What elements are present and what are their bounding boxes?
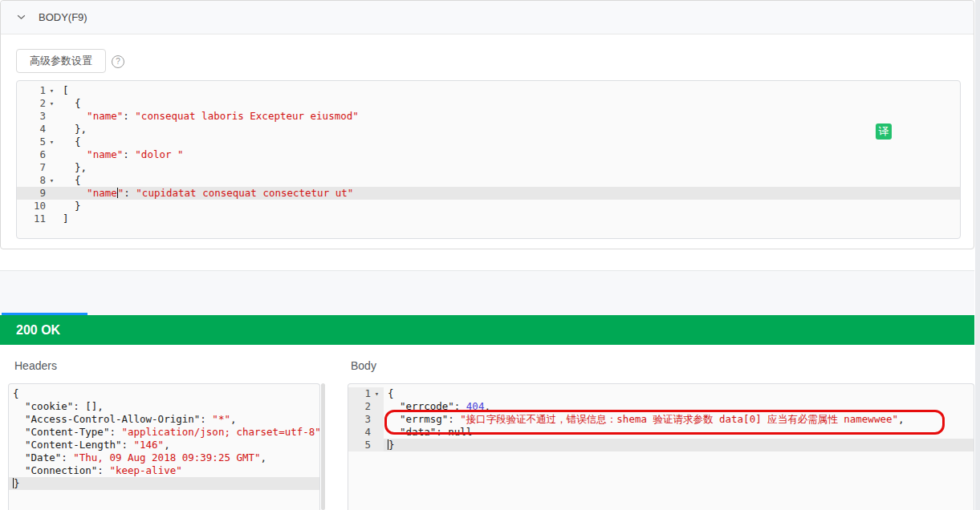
- line-number: 1: [348, 387, 371, 400]
- fold-spacer: [371, 439, 383, 451]
- line-number: 3: [348, 413, 371, 426]
- fold-spacer: [46, 148, 58, 161]
- editor-line-code: {: [9, 387, 19, 400]
- chevron-down-icon[interactable]: [16, 12, 26, 22]
- line-number: 10: [17, 200, 46, 212]
- line-number: 1: [17, 84, 46, 97]
- body-section-label: Body: [351, 359, 376, 372]
- line-number: 7: [17, 161, 46, 174]
- line-gutter: 4: [17, 123, 59, 136]
- editor-line-code: "name": "consequat laboris Excepteur eiu…: [59, 110, 359, 123]
- editor-line[interactable]: 1▾{: [348, 387, 974, 400]
- headers-editor-scrollbar[interactable]: [321, 383, 325, 510]
- editor-line[interactable]: "Content-Length": "146",: [9, 439, 319, 451]
- editor-line[interactable]: "cookie": [],: [9, 400, 319, 413]
- headers-section-label: Headers: [14, 359, 57, 372]
- editor-line[interactable]: 1▾[: [17, 84, 960, 97]
- editor-line[interactable]: 3 "errmsg": "接口字段验证不通过，错误信息：shema 验证请求参数…: [348, 413, 974, 426]
- line-gutter: 7: [17, 161, 59, 174]
- line-number: 5: [17, 136, 46, 148]
- line-number: 4: [17, 123, 46, 136]
- fold-spacer: [46, 161, 58, 174]
- editor-line-code: },: [59, 123, 87, 136]
- editor-line[interactable]: {: [9, 387, 319, 400]
- editor-line[interactable]: 11]: [17, 212, 960, 225]
- editor-line[interactable]: 8▾ {: [17, 174, 960, 187]
- line-number: 5: [348, 439, 371, 451]
- status-banner: 200 OK: [0, 315, 974, 345]
- response-body-editor[interactable]: 1▾{2 "errcode": 404,3 "errmsg": "接口字段验证不…: [348, 383, 974, 510]
- editor-line-code: "data": null: [384, 426, 472, 439]
- translate-badge-icon[interactable]: 译: [876, 123, 892, 140]
- line-number: 11: [17, 212, 46, 225]
- editor-line-code: "Access-Control-Allow-Origin": "*",: [9, 413, 236, 426]
- editor-line[interactable]: 10 }: [17, 200, 960, 212]
- editor-line[interactable]: 4 "data": null: [348, 426, 974, 439]
- editor-line-code: "cookie": [],: [9, 400, 104, 413]
- line-gutter: 1▾: [348, 387, 384, 400]
- line-gutter: 5▾: [17, 136, 59, 148]
- fold-spacer: [46, 200, 58, 212]
- line-gutter: 8▾: [17, 174, 59, 187]
- line-gutter: 4: [348, 426, 384, 439]
- editor-line[interactable]: 2 "errcode": 404,: [348, 400, 974, 413]
- panel-title: BODY(F9): [39, 11, 87, 23]
- editor-line[interactable]: "Connection": "keep-alive": [9, 464, 319, 477]
- editor-line-code: {: [384, 387, 394, 400]
- response-headers-editor[interactable]: { "cookie": [], "Access-Control-Allow-Or…: [8, 383, 320, 510]
- advanced-params-button[interactable]: 高级参数设置: [16, 49, 106, 73]
- fold-spacer: [46, 123, 58, 136]
- fold-spacer: [46, 212, 58, 225]
- editor-line-code: "errmsg": "接口字段验证不通过，错误信息：shema 验证请求参数 d…: [384, 413, 905, 426]
- editor-line[interactable]: "Access-Control-Allow-Origin": "*",: [9, 413, 319, 426]
- line-number: 9: [17, 187, 46, 200]
- editor-line[interactable]: "Date": "Thu, 09 Aug 2018 09:39:25 GMT",: [9, 451, 319, 464]
- editor-line-code: "Content-Length": "146",: [9, 439, 170, 451]
- fold-arrow-icon[interactable]: ▾: [371, 387, 383, 400]
- request-body-editor[interactable]: 1▾[2▾ {3 "name": "consequat laboris Exce…: [16, 80, 961, 239]
- line-gutter: 10: [17, 200, 59, 212]
- line-number: 6: [17, 148, 46, 161]
- editor-line-code: "Content-Type": "application/json; chars…: [9, 426, 320, 439]
- editor-line-code: "Date": "Thu, 09 Aug 2018 09:39:25 GMT",: [9, 451, 266, 464]
- editor-line-code: {: [59, 97, 81, 110]
- editor-line[interactable]: 2▾ {: [17, 97, 960, 110]
- collapse-header-body[interactable]: BODY(F9): [1, 1, 974, 34]
- line-number: 2: [348, 400, 371, 413]
- editor-line-code: {: [59, 174, 81, 187]
- line-number: 2: [17, 97, 46, 110]
- help-question-icon[interactable]: ?: [112, 55, 124, 68]
- editor-line[interactable]: 9 "name": "cupidatat consequat consectet…: [17, 187, 960, 200]
- editor-line-code: }: [59, 200, 81, 212]
- fold-spacer: [46, 110, 58, 123]
- line-gutter: 6: [17, 148, 59, 161]
- main-page: BODY(F9) 高级参数设置 ? 1▾[2▾ {3 "name": "cons…: [0, 0, 975, 510]
- line-gutter: 11: [17, 212, 59, 225]
- editor-line[interactable]: "Content-Type": "application/json; chars…: [9, 426, 319, 439]
- fold-spacer: [46, 187, 58, 200]
- fold-arrow-icon[interactable]: ▾: [46, 97, 58, 110]
- fold-spacer: [371, 413, 383, 426]
- line-number: 4: [348, 426, 371, 439]
- line-gutter: 2: [348, 400, 384, 413]
- fold-arrow-icon[interactable]: ▾: [46, 84, 58, 97]
- line-gutter: 5: [348, 439, 384, 451]
- fold-spacer: [371, 400, 383, 413]
- editor-line[interactable]: }: [9, 477, 319, 490]
- editor-line[interactable]: 3 "name": "consequat laboris Excepteur e…: [17, 110, 960, 123]
- editor-line[interactable]: 4 },: [17, 123, 960, 136]
- line-number: 8: [17, 174, 46, 187]
- editor-line[interactable]: 6 "name": "dolor ": [17, 148, 960, 161]
- editor-line-code: [: [59, 84, 69, 97]
- line-gutter: 9: [17, 187, 59, 200]
- editor-line[interactable]: 5}: [348, 439, 974, 451]
- editor-line-code: }: [9, 477, 20, 490]
- fold-arrow-icon[interactable]: ▾: [46, 174, 58, 187]
- editor-line-code: },: [59, 161, 87, 174]
- status-code-text: 200 OK: [16, 323, 60, 338]
- editor-line-code: "Connection": "keep-alive": [9, 464, 182, 477]
- editor-line[interactable]: 5▾ {: [17, 136, 960, 148]
- fold-arrow-icon[interactable]: ▾: [46, 136, 58, 148]
- editor-line-code: ]: [59, 212, 69, 225]
- editor-line[interactable]: 7 },: [17, 161, 960, 174]
